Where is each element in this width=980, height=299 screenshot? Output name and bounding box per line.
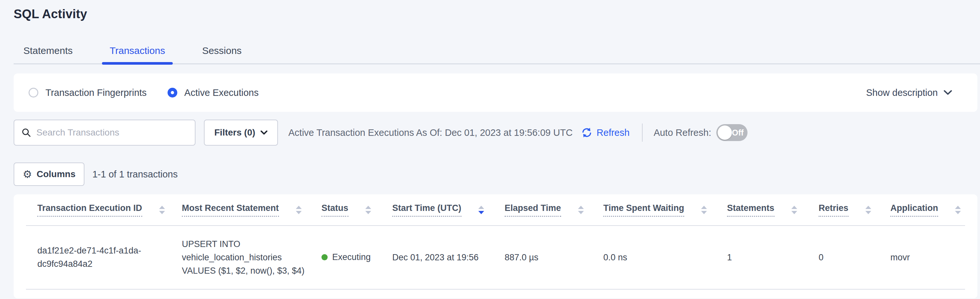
cell-status: Executing <box>310 225 381 289</box>
vertical-divider <box>642 123 643 142</box>
sort-icon <box>365 206 371 214</box>
sort-icon <box>159 206 165 214</box>
transactions-table-panel: Transaction Execution ID Most Recent Sta… <box>14 194 977 298</box>
view-mode-radio-group: Transaction Fingerprints Active Executio… <box>29 88 259 98</box>
show-description-button[interactable]: Show description <box>866 88 952 98</box>
toggle-knob[interactable] <box>718 125 732 140</box>
tab-sessions[interactable]: Sessions <box>194 45 250 63</box>
sort-icon <box>865 206 871 214</box>
chevron-down-icon <box>261 130 267 135</box>
column-header-statements[interactable]: Statements <box>716 194 807 225</box>
column-header-retries[interactable]: Retries <box>807 194 879 225</box>
chevron-down-icon <box>943 90 952 96</box>
cell-transaction-execution-id[interactable]: da1f21e2-de71-4c1f-a1da-dc9fc94a84a2 <box>26 225 170 289</box>
tab-transactions[interactable]: Transactions <box>102 45 173 63</box>
gear-icon: ⚙ <box>23 169 32 179</box>
radio-unselected-icon[interactable] <box>29 88 38 98</box>
sql-activity-page: SQL Activity Statements Transactions Ses… <box>0 0 980 299</box>
cell-start-time: Dec 01, 2023 at 19:56 <box>381 225 493 289</box>
column-header-application[interactable]: Application <box>879 194 965 225</box>
table-row: da1f21e2-de71-4c1f-a1da-dc9fc94a84a2 UPS… <box>26 225 965 289</box>
status-dot-icon <box>321 254 328 260</box>
tab-bar: Statements Transactions Sessions <box>14 45 980 64</box>
column-header-status[interactable]: Status <box>310 194 381 225</box>
refresh-icon <box>581 127 593 138</box>
radio-active-executions[interactable]: Active Executions <box>167 88 259 98</box>
cell-application: movr <box>879 225 965 289</box>
cell-most-recent-statement[interactable]: UPSERT INTO vehicle_location_histories V… <box>170 225 310 289</box>
as-of-timestamp: Active Transaction Executions As Of: Dec… <box>288 127 573 138</box>
search-box[interactable] <box>14 120 196 146</box>
auto-refresh-label: Auto Refresh: <box>654 127 711 138</box>
cell-retries: 0 <box>807 225 879 289</box>
table-toolbar: ⚙ Columns 1-1 of 1 transactions <box>14 163 977 186</box>
auto-refresh-toggle[interactable]: Off <box>716 124 748 141</box>
sort-desc-icon <box>478 206 484 214</box>
column-header-elapsed-time[interactable]: Elapsed Time <box>493 194 592 225</box>
column-header-start-time[interactable]: Start Time (UTC) <box>381 194 493 225</box>
cell-time-spent-waiting: 0.0 ns <box>592 225 716 289</box>
page-header: SQL Activity <box>0 0 980 21</box>
transactions-table: Transaction Execution ID Most Recent Sta… <box>26 194 965 289</box>
search-icon <box>21 128 31 138</box>
result-count: 1-1 of 1 transactions <box>92 169 178 180</box>
sort-icon <box>296 206 302 214</box>
page-title: SQL Activity <box>14 7 980 21</box>
sort-icon <box>791 206 797 214</box>
radio-transaction-fingerprints[interactable]: Transaction Fingerprints <box>29 88 147 98</box>
sort-icon <box>955 206 961 214</box>
toggle-state-label: Off <box>732 128 744 138</box>
view-mode-panel: Transaction Fingerprints Active Executio… <box>14 74 977 112</box>
tab-statements[interactable]: Statements <box>16 45 81 63</box>
table-header-row: Transaction Execution ID Most Recent Sta… <box>26 194 965 225</box>
column-header-most-recent-statement[interactable]: Most Recent Statement <box>170 194 310 225</box>
column-header-transaction-execution-id[interactable]: Transaction Execution ID <box>26 194 170 225</box>
sort-icon <box>701 206 707 214</box>
filter-bar: Filters (0) Active Transaction Execution… <box>14 120 977 146</box>
sort-icon <box>578 206 584 214</box>
column-header-time-spent-waiting[interactable]: Time Spent Waiting <box>592 194 716 225</box>
search-input[interactable] <box>37 127 188 138</box>
filters-button[interactable]: Filters (0) <box>204 120 278 146</box>
columns-button[interactable]: ⚙ Columns <box>14 163 84 186</box>
cell-statements: 1 <box>716 225 807 289</box>
radio-selected-icon[interactable] <box>167 88 177 98</box>
refresh-button[interactable]: Refresh <box>581 127 630 138</box>
cell-elapsed-time: 887.0 µs <box>493 225 592 289</box>
